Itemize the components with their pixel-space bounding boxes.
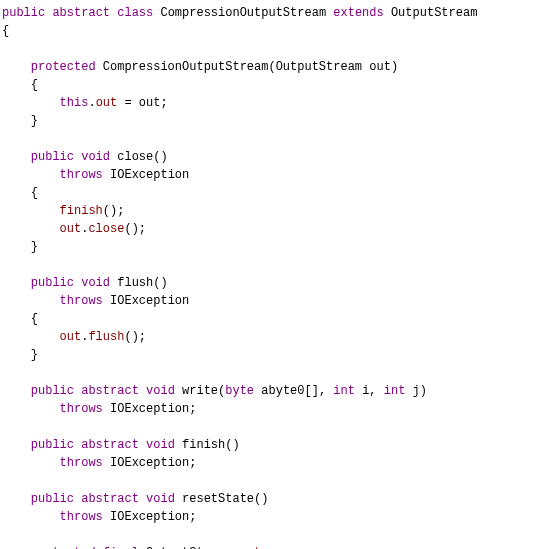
keyword-public: public — [31, 384, 74, 398]
brace-open: { — [31, 186, 38, 200]
throws-type: IOException — [110, 168, 189, 182]
rparen: ) — [132, 222, 139, 236]
semicolon: ; — [189, 510, 196, 524]
field-out: out — [60, 330, 82, 344]
lparen: ( — [268, 60, 275, 74]
brace-open: { — [31, 78, 38, 92]
keyword-class: class — [117, 6, 153, 20]
param-type: OutputStream — [276, 60, 362, 74]
keyword-abstract: abstract — [81, 492, 139, 506]
keyword-abstract: abstract — [81, 438, 139, 452]
lparen: ( — [124, 222, 131, 236]
throws-type: IOException — [110, 510, 189, 524]
keyword-public: public — [31, 492, 74, 506]
call-flush: flush — [88, 330, 124, 344]
brace-open: { — [31, 312, 38, 326]
semicolon: ; — [139, 330, 146, 344]
comma: , — [319, 384, 326, 398]
brace-close: } — [31, 240, 38, 254]
keyword-throws: throws — [60, 294, 103, 308]
brackets: [] — [305, 384, 319, 398]
code-block: public abstract class CompressionOutputS… — [2, 4, 540, 549]
keyword-extends: extends — [333, 6, 383, 20]
class-name: CompressionOutputStream — [160, 6, 326, 20]
keyword-void: void — [146, 492, 175, 506]
keyword-public: public — [31, 438, 74, 452]
rparen: ) — [160, 276, 167, 290]
throws-type: IOException — [110, 456, 189, 470]
superclass-name: OutputStream — [391, 6, 477, 20]
method-finish: finish — [182, 438, 225, 452]
field-out: out — [60, 222, 82, 236]
rparen: ) — [261, 492, 268, 506]
semicolon: ; — [189, 456, 196, 470]
field-out: out — [96, 96, 118, 110]
keyword-int: int — [384, 384, 406, 398]
local-out: out — [139, 96, 161, 110]
keyword-void: void — [146, 438, 175, 452]
semicolon: ; — [139, 222, 146, 236]
brace-close: } — [31, 114, 38, 128]
keyword-public: public — [31, 150, 74, 164]
brace-close: } — [31, 348, 38, 362]
param-j: j — [413, 384, 420, 398]
method-write: write — [182, 384, 218, 398]
call-close: close — [88, 222, 124, 236]
keyword-public: public — [2, 6, 45, 20]
semicolon: ; — [189, 402, 196, 416]
lparen: ( — [124, 330, 131, 344]
keyword-throws: throws — [60, 456, 103, 470]
rparen: ) — [160, 150, 167, 164]
throws-type: IOException — [110, 294, 189, 308]
method-close: close — [117, 150, 153, 164]
rparen: ) — [420, 384, 427, 398]
keyword-throws: throws — [60, 402, 103, 416]
ctor-name: CompressionOutputStream — [103, 60, 269, 74]
eq: = — [124, 96, 131, 110]
rparen: ) — [232, 438, 239, 452]
method-flush: flush — [117, 276, 153, 290]
keyword-this: this — [60, 96, 89, 110]
keyword-throws: throws — [60, 510, 103, 524]
keyword-abstract: abstract — [81, 384, 139, 398]
keyword-public: public — [31, 276, 74, 290]
brace-open: { — [2, 24, 9, 38]
keyword-throws: throws — [60, 168, 103, 182]
lparen: ( — [103, 204, 110, 218]
dot: . — [88, 96, 95, 110]
keyword-int: int — [333, 384, 355, 398]
rparen: ) — [132, 330, 139, 344]
keyword-protected: protected — [31, 60, 96, 74]
call-finish: finish — [60, 204, 103, 218]
keyword-void: void — [81, 150, 110, 164]
method-resetState: resetState — [182, 492, 254, 506]
keyword-byte: byte — [225, 384, 254, 398]
semicolon: ; — [160, 96, 167, 110]
comma: , — [369, 384, 376, 398]
param-abyte0: abyte0 — [261, 384, 304, 398]
rparen: ) — [391, 60, 398, 74]
semicolon: ; — [117, 204, 124, 218]
throws-type: IOException — [110, 402, 189, 416]
keyword-abstract: abstract — [52, 6, 110, 20]
param-name: out — [369, 60, 391, 74]
keyword-void: void — [146, 384, 175, 398]
keyword-void: void — [81, 276, 110, 290]
